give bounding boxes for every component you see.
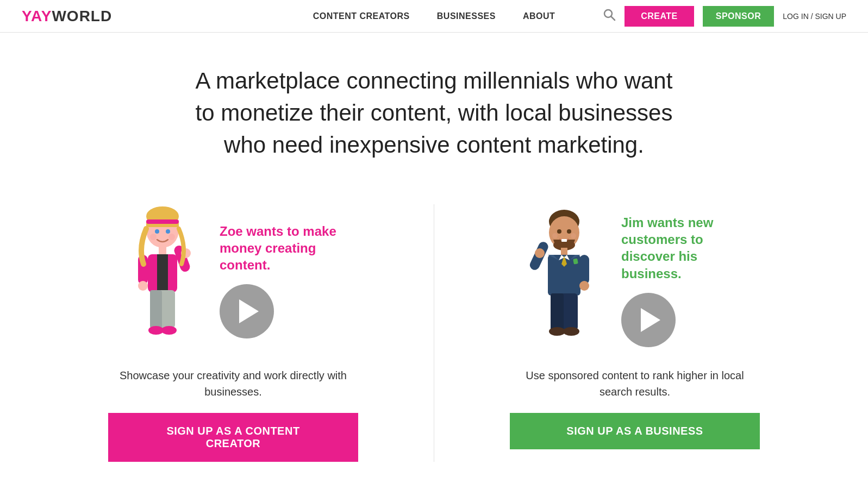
business-character-row: Jim wants new customers to discover his … (445, 204, 825, 356)
jim-svg (529, 204, 600, 351)
logo-world: WORLD (52, 8, 112, 24)
creator-column: Zoe wants to make money creating content… (43, 204, 423, 462)
signup-business-button[interactable]: SIGN UP AS A BUSINESS (510, 413, 760, 449)
hero-tagline: A marketplace connecting millennials who… (190, 65, 679, 161)
column-divider (434, 204, 434, 462)
svg-rect-30 (561, 248, 567, 255)
zoe-svg (127, 204, 198, 351)
jim-character (529, 204, 605, 356)
svg-point-9 (168, 234, 175, 240)
login-link[interactable]: LOG IN / SIGN UP (783, 12, 846, 21)
svg-point-29 (571, 233, 576, 239)
svg-point-28 (552, 233, 558, 239)
create-button[interactable]: CREATE (625, 6, 694, 27)
creator-play-button[interactable] (220, 284, 274, 338)
zoe-character (127, 204, 203, 356)
hero-section: A marketplace connecting millennials who… (0, 33, 868, 183)
svg-point-21 (161, 326, 177, 335)
business-column: Jim wants new customers to discover his … (445, 204, 825, 462)
play-triangle-icon-2 (641, 308, 660, 332)
svg-point-26 (567, 229, 571, 234)
svg-rect-19 (150, 290, 162, 328)
header: YAYWORLD CONTENT CREATORS BUSINESSES ABO… (0, 0, 868, 33)
svg-point-8 (150, 234, 157, 240)
main-nav: CONTENT CREATORS BUSINESSES ABOUT (313, 11, 555, 21)
svg-point-44 (563, 327, 579, 336)
svg-rect-5 (146, 219, 179, 224)
svg-rect-42 (551, 293, 564, 330)
nav-content-creators[interactable]: CONTENT CREATORS (313, 11, 410, 21)
nav-right: CREATE SPONSOR LOG IN / SIGN UP (603, 6, 846, 27)
svg-point-38 (535, 248, 545, 258)
svg-rect-12 (157, 254, 168, 292)
business-play-button[interactable] (621, 293, 676, 347)
nav-businesses[interactable]: BUSINESSES (437, 11, 496, 21)
svg-line-1 (611, 16, 615, 20)
nav-about[interactable]: ABOUT (523, 11, 555, 21)
creator-character-row: Zoe wants to make money creating content… (43, 204, 423, 356)
search-icon[interactable] (603, 8, 616, 24)
creator-play-area: Zoe wants to make money creating content… (220, 223, 339, 339)
svg-rect-10 (159, 247, 166, 255)
svg-point-14 (138, 281, 148, 291)
zoe-label: Zoe wants to make money creating content… (220, 223, 339, 274)
svg-point-20 (148, 326, 164, 335)
play-triangle-icon (239, 299, 259, 323)
two-columns: Zoe wants to make money creating content… (0, 183, 868, 483)
svg-point-25 (557, 229, 561, 234)
sponsor-button[interactable]: SPONSOR (703, 6, 775, 27)
business-description: Use sponsored content to rank higher in … (521, 367, 749, 400)
svg-point-6 (155, 229, 159, 234)
svg-point-7 (166, 229, 170, 234)
svg-rect-27 (561, 239, 567, 242)
business-play-area: Jim wants new customers to discover his … (621, 214, 741, 347)
svg-point-40 (579, 281, 589, 291)
svg-point-43 (549, 327, 565, 336)
creator-description: Showcase your creativity and work direct… (119, 367, 347, 400)
logo-yay: YAY (22, 8, 52, 24)
svg-rect-39 (579, 255, 589, 285)
logo[interactable]: YAYWORLD (22, 8, 112, 25)
signup-creator-button[interactable]: SIGN UP AS A CONTENT CREATOR (108, 413, 358, 462)
jim-label: Jim wants new customers to discover his … (621, 214, 741, 282)
